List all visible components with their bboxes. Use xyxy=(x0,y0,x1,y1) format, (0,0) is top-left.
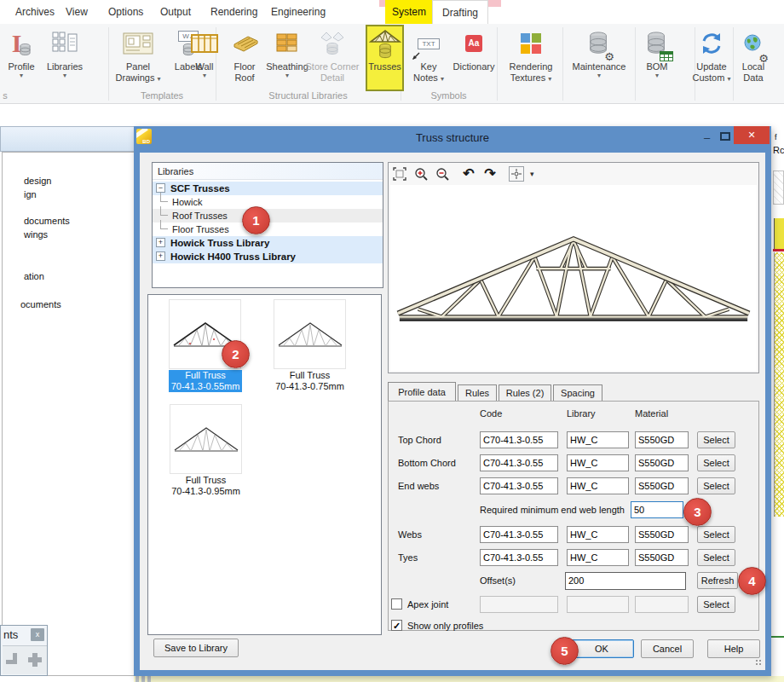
ribbon-tab-rendering[interactable]: Rendering xyxy=(210,0,257,24)
zoom-in-icon[interactable] xyxy=(413,166,429,182)
library-field[interactable]: HW_C xyxy=(567,431,629,448)
annotation-badge-1: 1 xyxy=(242,206,270,234)
ribbon-button-dictionary[interactable]: Aa Dictionary xyxy=(450,26,498,90)
tree-item-howick[interactable]: Howick xyxy=(153,195,383,209)
code-field[interactable]: C70-41.3-0.55 xyxy=(480,549,558,566)
save-to-library-button[interactable]: Save to Library xyxy=(153,639,239,657)
truss-thumbnail[interactable] xyxy=(274,299,346,369)
ribbon-button-trusses[interactable]: Trusses xyxy=(366,26,403,90)
group-label-templates: Templates xyxy=(108,90,216,101)
ribbon-tab-archives[interactable]: Archives xyxy=(15,0,55,24)
expand-icon[interactable]: + xyxy=(156,238,165,247)
ribbon-button-profile[interactable]: I Profile ▾ xyxy=(3,26,39,90)
select-button[interactable]: Select xyxy=(697,477,735,494)
ribbon-button-local-data[interactable]: ⚙ LocalData xyxy=(735,26,772,90)
select-button[interactable]: Select xyxy=(697,526,735,543)
ribbon-tab-output[interactable]: Output xyxy=(160,0,191,24)
library-field[interactable]: HW_C xyxy=(567,477,629,494)
left-panel-item[interactable]: documents xyxy=(24,216,70,226)
background-text-fragment: f xyxy=(775,133,777,142)
left-panel-item[interactable]: wings xyxy=(24,229,48,240)
show-only-profiles-checkbox[interactable]: ✓ xyxy=(391,620,402,631)
code-field[interactable]: C70-41.3-0.55 xyxy=(480,477,558,494)
ribbon-button-floor-roof[interactable]: FloorRoof xyxy=(227,26,262,90)
ribbon-button-panel-drawings[interactable]: PanelDrawings ▾ xyxy=(111,26,165,90)
expand-icon[interactable]: + xyxy=(156,251,165,261)
material-field[interactable]: S550GD xyxy=(635,431,689,448)
maximize-button[interactable] xyxy=(720,132,730,141)
select-button[interactable]: Select xyxy=(697,549,735,566)
ribbon-button-update-custom[interactable]: UpdateCustom ▾ xyxy=(692,26,731,90)
dock-corner-icon[interactable] xyxy=(6,653,17,664)
ribbon-button-libraries[interactable]: Libraries ▾ xyxy=(41,26,89,90)
left-panel-item[interactable]: ign xyxy=(24,189,37,199)
select-button[interactable]: Select xyxy=(697,431,735,448)
truss-thumbnail-label[interactable]: Full Truss70-41.3-0.75mm xyxy=(268,370,351,392)
ribbon-tab-options[interactable]: Options xyxy=(108,0,143,24)
minimize-button[interactable]: – xyxy=(704,137,713,139)
offsets-row: Offset(s) 200 Refresh xyxy=(140,572,765,589)
rotate-left-icon[interactable]: ↶ xyxy=(461,166,476,182)
left-panel-item[interactable]: ocuments xyxy=(20,299,61,309)
tab-rules-2[interactable]: Rules (2) xyxy=(499,384,551,401)
table-row: Bottom Chord C70-41.3-0.55 HW_C S550GD S… xyxy=(140,454,765,471)
ribbon-button-rendering-textures[interactable]: RenderingTextures ▾ xyxy=(501,26,561,90)
material-field[interactable]: S550GD xyxy=(635,549,689,566)
left-panel-item[interactable]: design xyxy=(24,176,51,186)
ribbon-tab-engineering[interactable]: Engineering xyxy=(271,0,326,24)
offsets-input[interactable]: 200 xyxy=(565,572,686,590)
code-field[interactable]: C70-41.3-0.55 xyxy=(480,526,558,543)
tree-item-howick-truss-library[interactable]: + Howick Truss Library xyxy=(153,236,383,250)
close-icon[interactable]: x xyxy=(31,628,44,641)
truss-preview-canvas[interactable] xyxy=(390,185,757,371)
row-label: Webs xyxy=(398,526,478,543)
code-field[interactable]: C70-41.3-0.55 xyxy=(480,454,558,471)
ribbon-tab-view[interactable]: View xyxy=(66,0,88,24)
min-end-web-input[interactable]: 50 xyxy=(631,501,683,518)
cancel-button[interactable]: Cancel xyxy=(641,639,694,658)
table-row: Tyes C70-41.3-0.55 HW_C S550GD Select xyxy=(140,549,765,566)
collapse-icon[interactable]: − xyxy=(156,183,165,193)
refresh-button[interactable]: Refresh xyxy=(697,572,738,589)
zoom-out-icon[interactable] xyxy=(435,166,450,182)
column-header-library: Library xyxy=(567,408,596,419)
left-panel-item[interactable]: ation xyxy=(24,271,44,281)
chevron-down-icon[interactable]: ▾ xyxy=(530,170,534,178)
tree-item-scf-trusses[interactable]: − SCF Trusses xyxy=(153,182,383,195)
ribbon-button-bom[interactable]: BOM ▾ xyxy=(637,26,677,90)
tree-item-howick-h400-truss-library[interactable]: + Howick H400 Truss Library xyxy=(153,250,383,263)
ribbon-button-key-notes[interactable]: TXT KeyNotes ▾ xyxy=(408,26,449,90)
material-field[interactable]: S550GD xyxy=(635,454,689,471)
select-button[interactable]: Select xyxy=(697,454,735,471)
library-field[interactable]: HW_C xyxy=(567,526,629,543)
select-button[interactable]: Select xyxy=(697,596,735,613)
material-field[interactable]: S550GD xyxy=(635,477,689,494)
add-icon[interactable] xyxy=(28,653,42,667)
chevron-down-icon: ▾ xyxy=(20,72,23,79)
tab-rules[interactable]: Rules xyxy=(458,384,497,401)
library-field[interactable]: HW_C xyxy=(567,549,629,566)
tab-spacing[interactable]: Spacing xyxy=(553,384,602,401)
material-field[interactable]: S550GD xyxy=(635,526,689,543)
apex-joint-checkbox[interactable] xyxy=(391,598,402,610)
pan-center-icon[interactable] xyxy=(509,166,524,182)
ribbon-button-wall[interactable]: Wall ▾ xyxy=(189,26,220,90)
resize-grip[interactable] xyxy=(755,659,762,666)
code-field[interactable]: C70-41.3-0.55 xyxy=(480,431,558,448)
ok-button[interactable]: OK xyxy=(569,639,634,658)
rotate-right-icon[interactable]: ↷ xyxy=(482,166,498,182)
maintenance-icon: ⚙ xyxy=(589,26,609,61)
library-field[interactable]: HW_C xyxy=(567,454,629,471)
ribbon-button-maintenance[interactable]: ⚙ Maintenance ▾ xyxy=(565,26,633,90)
annotation-badge-2: 2 xyxy=(222,340,250,368)
tab-profile-data[interactable]: Profile data xyxy=(388,382,456,401)
help-button[interactable]: Help xyxy=(707,639,760,658)
ribbon-tab-drafting[interactable]: Drafting xyxy=(432,0,488,24)
apex-joint-label: Apex joint xyxy=(407,596,448,613)
zoom-extents-icon[interactable] xyxy=(392,166,407,182)
panel-drawings-icon xyxy=(123,26,153,61)
truss-thumbnail-label[interactable]: Full Truss70-41.3-0.55mm xyxy=(169,370,242,392)
table-row: Top Chord C70-41.3-0.55 HW_C S550GD Sele… xyxy=(140,431,765,448)
close-button[interactable]: ✕ xyxy=(734,126,770,144)
ribbon-tab-system[interactable]: System xyxy=(385,0,433,24)
